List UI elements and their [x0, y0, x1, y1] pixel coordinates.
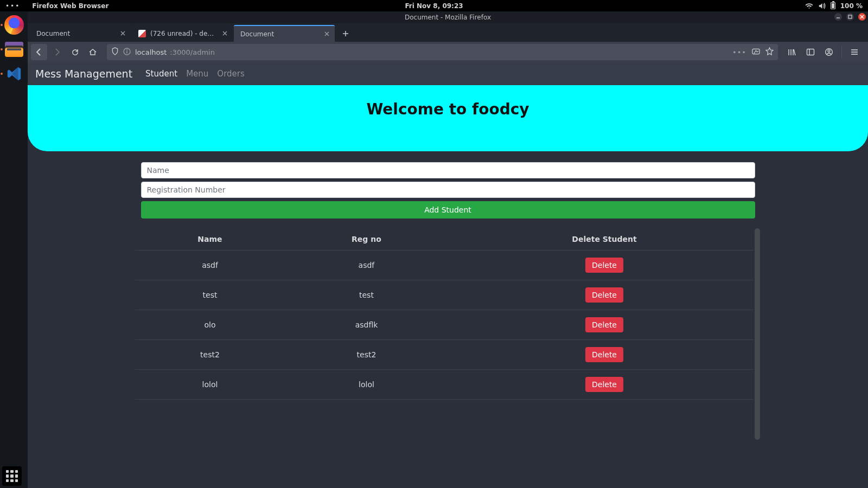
- tabstrip: Document(726 unread) - devamtrivDocument: [28, 23, 868, 42]
- svg-point-13: [126, 49, 127, 50]
- window-close-button[interactable]: [858, 13, 866, 21]
- cell-reg: asdf: [285, 251, 448, 280]
- cell-reg: test2: [285, 340, 448, 370]
- window-minimize-button[interactable]: [834, 13, 842, 21]
- students-table: Name Reg no Delete Student asdfasdfDelet…: [135, 228, 761, 400]
- account-icon[interactable]: [821, 44, 837, 60]
- svg-point-19: [828, 50, 830, 52]
- dock-apps-grid[interactable]: [2, 466, 22, 486]
- browser-tab[interactable]: (726 unread) - devamtriv: [132, 25, 233, 42]
- dock-files[interactable]: [3, 38, 25, 60]
- cell-delete: Delete: [448, 280, 761, 310]
- sidebar-icon[interactable]: [802, 44, 819, 60]
- registration-input[interactable]: [141, 182, 755, 198]
- bookmark-star-icon[interactable]: [765, 47, 774, 57]
- svg-rect-15: [752, 49, 760, 54]
- cell-reg: asdflk: [285, 310, 448, 340]
- dock-vscode[interactable]: [3, 63, 25, 85]
- system-topbar: ••• Firefox Web Browser Fri Nov 8, 09:23…: [0, 0, 868, 11]
- delete-button[interactable]: Delete: [585, 317, 623, 332]
- cell-name: test2: [135, 340, 285, 370]
- cell-delete: Delete: [448, 310, 761, 340]
- th-name: Name: [135, 228, 285, 251]
- browser-tab[interactable]: Document: [234, 25, 335, 42]
- nav-link-student[interactable]: Student: [145, 69, 177, 79]
- volume-icon[interactable]: [818, 3, 826, 9]
- battery-percent: 100 %: [840, 2, 863, 10]
- library-icon[interactable]: [784, 44, 800, 60]
- tab-title: (726 unread) - devamtriv: [150, 30, 216, 37]
- forward-button[interactable]: [49, 44, 65, 60]
- page-actions-icon[interactable]: •••: [732, 48, 746, 56]
- cell-reg: test: [285, 280, 448, 310]
- welcome-banner: Welcome to foodcy: [28, 85, 868, 151]
- cell-name: lolol: [135, 370, 285, 400]
- add-student-form: Add Student: [141, 162, 755, 219]
- tab-close-icon[interactable]: [221, 30, 228, 37]
- navbar-brand[interactable]: Mess Management: [35, 68, 132, 80]
- reader-permissions-icon[interactable]: [752, 48, 760, 57]
- url-text: localhost:3000/admin: [135, 48, 728, 56]
- new-tab-button[interactable]: [338, 26, 353, 41]
- name-input[interactable]: [141, 162, 755, 178]
- url-bar[interactable]: localhost:3000/admin •••: [107, 44, 778, 60]
- tab-close-icon[interactable]: [119, 30, 126, 37]
- delete-button[interactable]: Delete: [585, 287, 623, 303]
- topbar-clock[interactable]: Fri Nov 8, 09:23: [405, 2, 463, 10]
- table-row: lolollololDelete: [135, 370, 761, 400]
- svg-rect-16: [807, 49, 814, 55]
- browser-tab[interactable]: Document: [30, 25, 131, 42]
- table-row: asdfasdfDelete: [135, 251, 761, 280]
- hamburger-menu-icon[interactable]: [846, 44, 863, 60]
- nav-link-orders[interactable]: Orders: [217, 69, 244, 79]
- app-navbar: Mess Management StudentMenuOrders: [28, 62, 868, 85]
- delete-button[interactable]: Delete: [585, 377, 623, 392]
- firefox-window: Document - Mozilla Firefox Document(726 …: [28, 11, 868, 488]
- tab-title: Document: [36, 30, 114, 37]
- mail-favicon-icon: [138, 30, 146, 37]
- table-row: test2test2Delete: [135, 340, 761, 370]
- cell-delete: Delete: [448, 370, 761, 400]
- webpage: Mess Management StudentMenuOrders Welcom…: [28, 62, 868, 488]
- connection-info-icon[interactable]: [123, 48, 131, 57]
- students-table-wrapper: Name Reg no Delete Student asdfasdfDelet…: [135, 228, 761, 440]
- th-reg: Reg no: [285, 228, 448, 251]
- tracking-shield-icon[interactable]: [111, 47, 119, 57]
- cell-name: olo: [135, 310, 285, 340]
- table-row: oloasdflkDelete: [135, 310, 761, 340]
- th-delete: Delete Student: [448, 228, 761, 251]
- reload-button[interactable]: [67, 44, 83, 60]
- wifi-icon[interactable]: [805, 3, 813, 9]
- activities-dots[interactable]: •••: [5, 2, 20, 10]
- cell-name: asdf: [135, 251, 285, 280]
- firefox-icon: [4, 15, 24, 35]
- window-title: Document - Mozilla Firefox: [405, 14, 491, 21]
- dock: [0, 11, 28, 488]
- browser-toolbar: localhost:3000/admin •••: [28, 42, 868, 62]
- vscode-icon: [5, 65, 23, 82]
- home-button[interactable]: [85, 44, 101, 60]
- cell-delete: Delete: [448, 251, 761, 280]
- topbar-app-name: Firefox Web Browser: [32, 2, 108, 10]
- delete-button[interactable]: Delete: [585, 347, 623, 362]
- tab-close-icon[interactable]: [323, 30, 330, 38]
- dock-firefox[interactable]: [3, 14, 25, 36]
- nav-link-menu[interactable]: Menu: [186, 69, 208, 79]
- cell-reg: lolol: [285, 370, 448, 400]
- svg-rect-14: [126, 51, 127, 54]
- back-button[interactable]: [31, 44, 47, 60]
- table-row: testtestDelete: [135, 280, 761, 310]
- add-student-button[interactable]: Add Student: [141, 201, 755, 219]
- table-scrollbar[interactable]: [754, 228, 761, 440]
- window-maximize-button[interactable]: [846, 13, 854, 21]
- cell-name: test: [135, 280, 285, 310]
- cell-delete: Delete: [448, 340, 761, 370]
- window-titlebar[interactable]: Document - Mozilla Firefox: [28, 11, 868, 23]
- svg-rect-1: [848, 15, 852, 18]
- tab-title: Document: [240, 30, 318, 38]
- files-icon: [5, 42, 23, 57]
- banner-title: Welcome to foodcy: [366, 100, 529, 118]
- battery-icon[interactable]: [831, 2, 835, 9]
- delete-button[interactable]: Delete: [585, 258, 623, 273]
